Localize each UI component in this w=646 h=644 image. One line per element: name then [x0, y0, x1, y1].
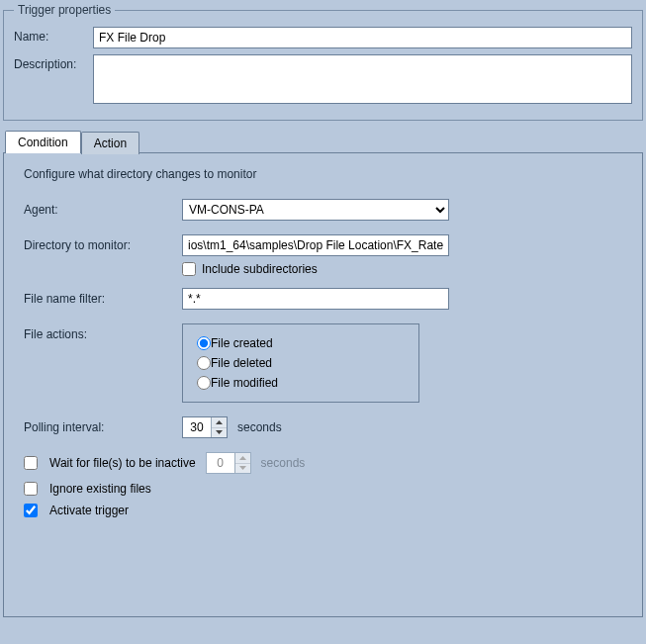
activate-trigger-label: Activate trigger	[49, 504, 129, 517]
wait-spin-down	[235, 464, 250, 474]
wait-spinner	[206, 452, 251, 474]
ignore-existing-label: Ignore existing files	[49, 482, 151, 496]
description-label: Description:	[14, 54, 93, 71]
file-deleted-radio[interactable]	[197, 356, 211, 370]
activate-trigger-row: Activate trigger	[24, 504, 622, 517]
wait-inactive-row: Wait for file(s) to be inactive seconds	[24, 452, 622, 474]
directory-label: Directory to monitor:	[24, 238, 182, 252]
directory-input[interactable]	[182, 234, 449, 256]
file-deleted-row: File deleted	[197, 356, 405, 370]
svg-marker-2	[239, 456, 246, 460]
include-subdirs-checkbox[interactable]	[182, 262, 196, 276]
svg-marker-3	[239, 466, 246, 470]
description-row: Description:	[14, 54, 632, 104]
description-input[interactable]	[93, 54, 632, 104]
directory-row: Directory to monitor:	[24, 234, 622, 256]
wait-inactive-label: Wait for file(s) to be inactive	[49, 456, 196, 470]
name-label: Name:	[14, 27, 93, 44]
wait-spin-up	[235, 453, 250, 464]
ignore-existing-row: Ignore existing files	[24, 482, 622, 496]
agent-label: Agent:	[24, 203, 182, 217]
activate-trigger-checkbox[interactable]	[24, 504, 38, 517]
polling-spin-buttons	[211, 417, 227, 437]
file-created-row: File created	[197, 336, 405, 350]
file-modified-radio[interactable]	[197, 376, 211, 390]
condition-panel: Configure what directory changes to moni…	[3, 152, 643, 617]
name-input[interactable]	[93, 27, 632, 48]
tab-action[interactable]: Action	[81, 132, 139, 154]
agent-row: Agent: VM-CONS-PA	[24, 199, 622, 221]
svg-marker-0	[216, 420, 223, 424]
polling-spin-up[interactable]	[212, 417, 227, 428]
file-deleted-label: File deleted	[211, 356, 272, 370]
trigger-properties-legend: Trigger properties	[14, 3, 115, 17]
svg-marker-1	[216, 430, 223, 434]
wait-input	[207, 453, 234, 473]
polling-spin-down[interactable]	[212, 428, 227, 438]
file-modified-row: File modified	[197, 376, 405, 390]
polling-unit: seconds	[237, 420, 282, 434]
file-created-label: File created	[211, 336, 273, 350]
condition-heading: Configure what directory changes to moni…	[24, 167, 622, 181]
ignore-existing-checkbox[interactable]	[24, 482, 38, 496]
trigger-properties-group: Trigger properties Name: Description:	[3, 3, 643, 121]
file-actions-row: File actions: File created File deleted …	[24, 323, 622, 403]
agent-select[interactable]: VM-CONS-PA	[182, 199, 449, 221]
wait-spin-buttons	[234, 453, 250, 473]
polling-row: Polling interval: seconds	[24, 416, 622, 438]
tab-condition[interactable]: Condition	[5, 131, 81, 153]
file-actions-group: File created File deleted File modified	[182, 323, 419, 403]
include-subdirs-row: Include subdirectories	[182, 262, 622, 276]
polling-spinner	[182, 416, 228, 438]
filter-row: File name filter:	[24, 288, 622, 310]
wait-inactive-checkbox[interactable]	[24, 456, 38, 470]
name-row: Name:	[14, 27, 632, 48]
polling-input[interactable]	[183, 417, 211, 437]
tabs-container: Condition Action Configure what director…	[3, 129, 643, 617]
filter-label: File name filter:	[24, 292, 182, 306]
file-actions-label: File actions:	[24, 323, 182, 341]
file-created-radio[interactable]	[197, 336, 211, 350]
filter-input[interactable]	[182, 288, 449, 310]
polling-label: Polling interval:	[24, 420, 182, 434]
include-subdirs-label: Include subdirectories	[202, 262, 318, 276]
wait-unit: seconds	[261, 456, 306, 470]
tab-bar: Condition Action	[3, 129, 643, 152]
file-modified-label: File modified	[211, 376, 278, 390]
